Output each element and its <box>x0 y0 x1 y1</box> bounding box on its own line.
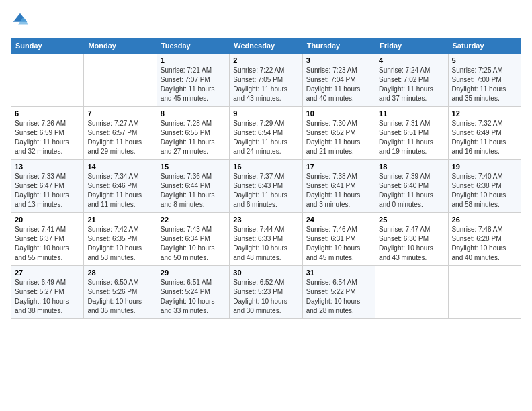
day-number: 12 <box>452 109 517 118</box>
calendar-row: 13Sunrise: 7:33 AMSunset: 6:47 PMDayligh… <box>11 160 521 213</box>
weekday-header: Friday <box>375 38 448 54</box>
day-info: Sunrise: 7:32 AMSunset: 6:49 PMDaylight:… <box>452 119 517 156</box>
day-info: Sunrise: 7:38 AMSunset: 6:41 PMDaylight:… <box>306 172 371 210</box>
day-number: 30 <box>233 269 298 277</box>
day-info: Sunrise: 6:50 AMSunset: 5:26 PMDaylight:… <box>87 278 152 316</box>
day-info: Sunrise: 7:33 AMSunset: 6:47 PMDaylight:… <box>15 172 80 210</box>
day-info: Sunrise: 7:47 AMSunset: 6:30 PMDaylight:… <box>379 225 444 263</box>
day-info: Sunrise: 7:28 AMSunset: 6:55 PMDaylight:… <box>161 119 226 156</box>
calendar-cell: 17Sunrise: 7:38 AMSunset: 6:41 PMDayligh… <box>302 160 375 213</box>
day-info: Sunrise: 7:40 AMSunset: 6:38 PMDaylight:… <box>452 172 517 210</box>
day-number: 9 <box>233 109 298 118</box>
calendar-cell <box>448 266 521 319</box>
day-number: 18 <box>379 163 444 171</box>
calendar-cell: 8Sunrise: 7:28 AMSunset: 6:55 PMDaylight… <box>157 107 229 160</box>
calendar-cell: 22Sunrise: 7:43 AMSunset: 6:34 PMDayligh… <box>157 213 229 266</box>
day-number: 25 <box>379 216 444 224</box>
calendar-cell: 13Sunrise: 7:33 AMSunset: 6:47 PMDayligh… <box>11 160 84 213</box>
day-info: Sunrise: 6:51 AMSunset: 5:24 PMDaylight:… <box>161 278 226 316</box>
day-info: Sunrise: 7:23 AMSunset: 7:04 PMDaylight:… <box>306 66 371 103</box>
calendar-cell: 16Sunrise: 7:37 AMSunset: 6:43 PMDayligh… <box>230 160 302 213</box>
day-number: 15 <box>161 163 226 171</box>
calendar-cell: 14Sunrise: 7:34 AMSunset: 6:46 PMDayligh… <box>84 160 157 213</box>
calendar-row: 20Sunrise: 7:41 AMSunset: 6:37 PMDayligh… <box>11 213 521 266</box>
day-number: 6 <box>15 109 80 118</box>
logo <box>11 11 32 30</box>
calendar-cell: 4Sunrise: 7:24 AMSunset: 7:02 PMDaylight… <box>375 54 448 107</box>
calendar-cell: 31Sunrise: 6:54 AMSunset: 5:22 PMDayligh… <box>302 266 375 319</box>
day-info: Sunrise: 7:24 AMSunset: 7:02 PMDaylight:… <box>379 66 444 103</box>
calendar-cell: 5Sunrise: 7:25 AMSunset: 7:00 PMDaylight… <box>448 54 521 107</box>
calendar-cell: 28Sunrise: 6:50 AMSunset: 5:26 PMDayligh… <box>84 266 157 319</box>
weekday-header: Thursday <box>302 38 375 54</box>
day-info: Sunrise: 7:25 AMSunset: 7:00 PMDaylight:… <box>452 66 517 103</box>
weekday-header: Sunday <box>11 38 84 54</box>
day-info: Sunrise: 7:37 AMSunset: 6:43 PMDaylight:… <box>233 172 298 210</box>
day-number: 31 <box>306 269 371 277</box>
day-info: Sunrise: 7:22 AMSunset: 7:05 PMDaylight:… <box>233 66 298 103</box>
day-number: 4 <box>379 56 444 64</box>
calendar-row: 1Sunrise: 7:21 AMSunset: 7:07 PMDaylight… <box>11 54 521 107</box>
calendar-cell: 25Sunrise: 7:47 AMSunset: 6:30 PMDayligh… <box>375 213 448 266</box>
calendar-cell: 9Sunrise: 7:29 AMSunset: 6:54 PMDaylight… <box>230 107 302 160</box>
day-info: Sunrise: 7:48 AMSunset: 6:28 PMDaylight:… <box>452 225 517 263</box>
page-header <box>11 11 521 30</box>
logo-icon <box>11 11 30 30</box>
calendar-cell: 3Sunrise: 7:23 AMSunset: 7:04 PMDaylight… <box>302 54 375 107</box>
weekday-header: Saturday <box>448 38 521 54</box>
day-number: 23 <box>233 216 298 224</box>
day-number: 7 <box>87 109 152 118</box>
day-info: Sunrise: 6:49 AMSunset: 5:27 PMDaylight:… <box>15 278 80 316</box>
calendar-cell: 20Sunrise: 7:41 AMSunset: 6:37 PMDayligh… <box>11 213 84 266</box>
calendar-cell: 27Sunrise: 6:49 AMSunset: 5:27 PMDayligh… <box>11 266 84 319</box>
calendar-cell <box>11 54 84 107</box>
day-info: Sunrise: 7:36 AMSunset: 6:44 PMDaylight:… <box>161 172 226 210</box>
calendar-cell: 23Sunrise: 7:44 AMSunset: 6:33 PMDayligh… <box>230 213 302 266</box>
calendar-cell: 15Sunrise: 7:36 AMSunset: 6:44 PMDayligh… <box>157 160 229 213</box>
day-info: Sunrise: 7:44 AMSunset: 6:33 PMDaylight:… <box>233 225 298 263</box>
day-number: 1 <box>161 56 226 64</box>
calendar-cell: 18Sunrise: 7:39 AMSunset: 6:40 PMDayligh… <box>375 160 448 213</box>
day-number: 26 <box>452 216 517 224</box>
day-info: Sunrise: 7:21 AMSunset: 7:07 PMDaylight:… <box>161 66 226 103</box>
calendar-cell: 24Sunrise: 7:46 AMSunset: 6:31 PMDayligh… <box>302 213 375 266</box>
day-number: 2 <box>233 56 298 64</box>
weekday-header: Tuesday <box>157 38 229 54</box>
calendar-cell: 1Sunrise: 7:21 AMSunset: 7:07 PMDaylight… <box>157 54 229 107</box>
calendar-cell <box>375 266 448 319</box>
day-number: 24 <box>306 216 371 224</box>
calendar-table: SundayMondayTuesdayWednesdayThursdayFrid… <box>11 38 521 319</box>
day-number: 14 <box>87 163 152 171</box>
day-info: Sunrise: 6:52 AMSunset: 5:23 PMDaylight:… <box>233 278 298 316</box>
calendar-cell: 19Sunrise: 7:40 AMSunset: 6:38 PMDayligh… <box>448 160 521 213</box>
day-info: Sunrise: 6:54 AMSunset: 5:22 PMDaylight:… <box>306 278 371 316</box>
calendar-cell: 29Sunrise: 6:51 AMSunset: 5:24 PMDayligh… <box>157 266 229 319</box>
calendar-cell: 12Sunrise: 7:32 AMSunset: 6:49 PMDayligh… <box>448 107 521 160</box>
calendar-row: 27Sunrise: 6:49 AMSunset: 5:27 PMDayligh… <box>11 266 521 319</box>
day-number: 10 <box>306 109 371 118</box>
calendar-cell <box>84 54 157 107</box>
day-info: Sunrise: 7:41 AMSunset: 6:37 PMDaylight:… <box>15 225 80 263</box>
weekday-header: Wednesday <box>230 38 302 54</box>
calendar-cell: 2Sunrise: 7:22 AMSunset: 7:05 PMDaylight… <box>230 54 302 107</box>
calendar-cell: 30Sunrise: 6:52 AMSunset: 5:23 PMDayligh… <box>230 266 302 319</box>
day-number: 16 <box>233 163 298 171</box>
day-info: Sunrise: 7:43 AMSunset: 6:34 PMDaylight:… <box>161 225 226 263</box>
day-number: 8 <box>161 109 226 118</box>
calendar-cell: 10Sunrise: 7:30 AMSunset: 6:52 PMDayligh… <box>302 107 375 160</box>
calendar-cell: 26Sunrise: 7:48 AMSunset: 6:28 PMDayligh… <box>448 213 521 266</box>
day-info: Sunrise: 7:26 AMSunset: 6:59 PMDaylight:… <box>15 119 80 156</box>
day-info: Sunrise: 7:30 AMSunset: 6:52 PMDaylight:… <box>306 119 371 156</box>
day-info: Sunrise: 7:46 AMSunset: 6:31 PMDaylight:… <box>306 225 371 263</box>
day-info: Sunrise: 7:39 AMSunset: 6:40 PMDaylight:… <box>379 172 444 210</box>
weekday-header: Monday <box>84 38 157 54</box>
calendar-cell: 21Sunrise: 7:42 AMSunset: 6:35 PMDayligh… <box>84 213 157 266</box>
calendar-cell: 7Sunrise: 7:27 AMSunset: 6:57 PMDaylight… <box>84 107 157 160</box>
weekday-header-row: SundayMondayTuesdayWednesdayThursdayFrid… <box>11 38 521 54</box>
day-number: 3 <box>306 56 371 64</box>
day-info: Sunrise: 7:27 AMSunset: 6:57 PMDaylight:… <box>87 119 152 156</box>
day-number: 29 <box>161 269 226 277</box>
calendar-row: 6Sunrise: 7:26 AMSunset: 6:59 PMDaylight… <box>11 107 521 160</box>
day-number: 21 <box>87 216 152 224</box>
calendar-cell: 6Sunrise: 7:26 AMSunset: 6:59 PMDaylight… <box>11 107 84 160</box>
